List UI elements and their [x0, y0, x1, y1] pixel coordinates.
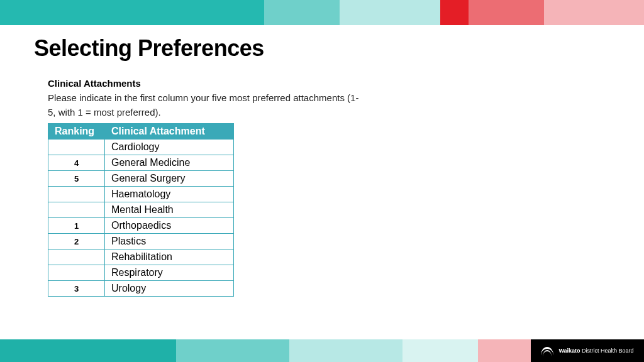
- rank-cell[interactable]: 5: [48, 171, 105, 187]
- table-row: 2Plastics: [48, 234, 234, 250]
- attachment-cell: Respiratory: [105, 265, 234, 281]
- table-row: 4General Medicine: [48, 155, 234, 171]
- attachment-cell: Orthopaedics: [105, 218, 234, 234]
- rank-cell[interactable]: 4: [48, 155, 105, 171]
- rank-cell[interactable]: [48, 140, 105, 155]
- rank-cell[interactable]: [48, 265, 105, 281]
- stripe-segment: [176, 339, 289, 362]
- stripe-segment: [440, 0, 469, 25]
- section-description: Please indicate in the first column your…: [48, 91, 362, 119]
- rank-cell[interactable]: [48, 202, 105, 218]
- table-row: Respiratory: [48, 265, 234, 281]
- stripe-segment: [478, 339, 531, 362]
- stripe-segment: [264, 0, 340, 25]
- rank-cell[interactable]: [48, 250, 105, 265]
- table-row: Cardiology: [48, 140, 234, 155]
- slide-content: Selecting Preferences Clinical Attachmen…: [34, 35, 610, 297]
- page-title: Selecting Preferences: [34, 35, 610, 62]
- header-attachment: Clinical Attachment: [105, 124, 234, 140]
- rank-cell[interactable]: 3: [48, 281, 105, 297]
- stripe-segment: [544, 0, 644, 25]
- rank-cell[interactable]: 2: [48, 234, 105, 250]
- table-header-row: Ranking Clinical Attachment: [48, 124, 234, 140]
- attachment-cell: Urology: [105, 281, 234, 297]
- attachment-cell: Haematology: [105, 187, 234, 202]
- table-row: Mental Health: [48, 202, 234, 218]
- table-row: 5General Surgery: [48, 171, 234, 187]
- stripe-segment: [0, 0, 264, 25]
- attachment-cell: Plastics: [105, 234, 234, 250]
- section-heading: Clinical Attachments: [48, 78, 610, 89]
- attachment-cell: General Medicine: [105, 155, 234, 171]
- rank-cell[interactable]: [48, 187, 105, 202]
- stripe-segment: [469, 0, 544, 25]
- table-row: Rehabilitation: [48, 250, 234, 265]
- stripe-segment: [289, 339, 402, 362]
- attachment-cell: General Surgery: [105, 171, 234, 187]
- top-color-stripe: [0, 0, 644, 25]
- table-row: 1Orthopaedics: [48, 218, 234, 234]
- attachment-cell: Mental Health: [105, 202, 234, 218]
- preferences-table: Ranking Clinical Attachment Cardiology4G…: [48, 123, 234, 297]
- logo-waikato-dhb: Waikato District Health Board: [531, 339, 644, 362]
- table-body: Cardiology4General Medicine5General Surg…: [48, 140, 234, 297]
- table-row: Haematology: [48, 187, 234, 202]
- rank-cell[interactable]: 1: [48, 218, 105, 234]
- stripe-segment: [402, 339, 478, 362]
- attachment-cell: Rehabilitation: [105, 250, 234, 265]
- stripe-segment: [340, 0, 440, 25]
- attachment-cell: Cardiology: [105, 140, 234, 155]
- logo-text: Waikato District Health Board: [558, 348, 633, 354]
- stripe-segment: [0, 339, 176, 362]
- logo-swoosh-icon: [541, 346, 555, 356]
- header-ranking: Ranking: [48, 124, 105, 140]
- table-row: 3Urology: [48, 281, 234, 297]
